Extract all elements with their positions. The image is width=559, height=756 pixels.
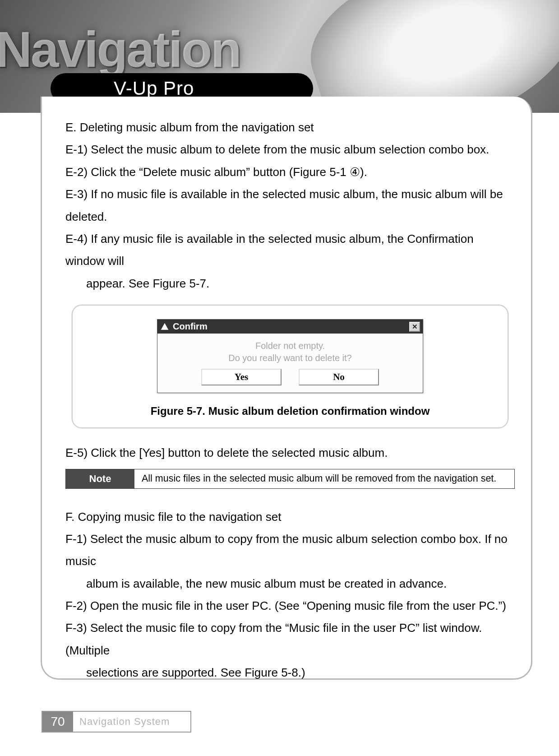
yes-button[interactable]: Yes <box>201 369 282 385</box>
note-row: Note All music files in the selected mus… <box>65 469 515 489</box>
note-label: Note <box>66 469 134 488</box>
body-text-2: E-5) Click the [Yes] button to delete th… <box>65 442 515 464</box>
dialog-msg-line2: Do you really want to delete it? <box>162 352 418 364</box>
dialog-message: Folder not empty. Do you really want to … <box>162 340 418 364</box>
dialog-body: Folder not empty. Do you really want to … <box>157 334 423 393</box>
section-f-heading: F. Copying music file to the navigation … <box>65 506 515 528</box>
step-e3: E-3) If no music file is available in th… <box>65 183 515 228</box>
body-text: E. Deleting music album from the navigat… <box>65 116 515 295</box>
body-text-3: F. Copying music file to the navigation … <box>65 506 515 684</box>
step-e2: E-2) Click the “Delete music album” butt… <box>65 161 515 183</box>
subtitle-text: V-Up Pro <box>114 78 194 99</box>
warning-icon <box>160 322 169 331</box>
confirm-dialog: Confirm ✕ Folder not empty. Do you reall… <box>157 319 423 393</box>
page-footer: 70 Navigation System <box>42 711 191 733</box>
page-header-title: Navigation <box>0 20 240 79</box>
section-e-heading: E. Deleting music album from the navigat… <box>65 116 515 139</box>
step-e5: E-5) Click the [Yes] button to delete th… <box>65 442 515 464</box>
dialog-msg-line1: Folder not empty. <box>162 340 418 352</box>
note-text: All music files in the selected music al… <box>134 469 514 488</box>
step-e1: E-1) Select the music album to delete fr… <box>65 139 515 161</box>
close-button[interactable]: ✕ <box>409 322 420 332</box>
step-f3-line1: F-3) Select the music file to copy from … <box>65 617 515 662</box>
dialog-buttons: Yes No <box>162 369 418 388</box>
step-e4-line2: appear. See Figure 5-7. <box>65 273 515 295</box>
step-f2: F-2) Open the music file in the user PC.… <box>65 595 515 617</box>
dialog-title: Confirm <box>173 321 208 332</box>
footer-label: Navigation System <box>73 712 190 732</box>
page-number: 70 <box>42 712 73 732</box>
close-icon: ✕ <box>412 323 418 331</box>
step-e4-line1: E-4) If any music file is available in t… <box>65 228 515 273</box>
titlebar-left: Confirm <box>160 321 208 332</box>
figure-5-7-box: Confirm ✕ Folder not empty. Do you reall… <box>72 305 508 428</box>
figure-caption: Figure 5-7. Music album deletion confirm… <box>86 405 494 417</box>
step-f1-line1: F-1) Select the music album to copy from… <box>65 528 515 573</box>
step-f3-line2: selections are supported. See Figure 5-8… <box>65 662 515 684</box>
step-f1-line2: album is available, the new music album … <box>65 573 515 595</box>
content-panel: E. Deleting music album from the navigat… <box>41 97 532 680</box>
dialog-titlebar: Confirm ✕ <box>157 320 423 334</box>
no-button[interactable]: No <box>299 369 379 385</box>
